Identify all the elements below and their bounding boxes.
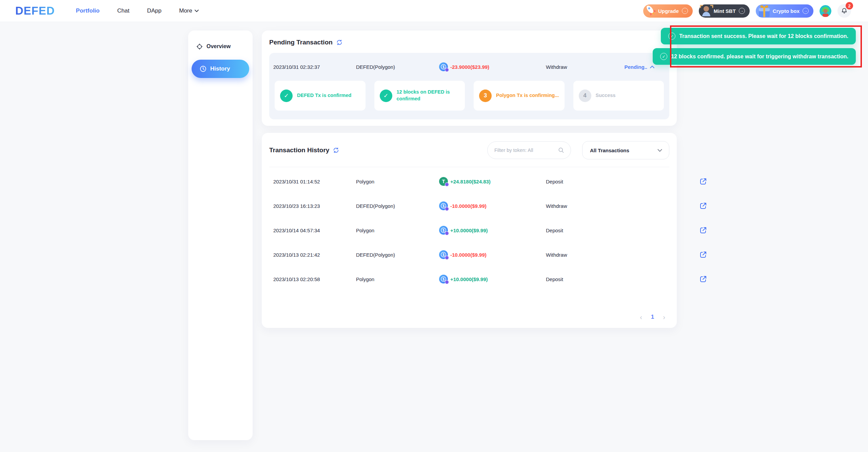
avatar-image (820, 5, 831, 17)
network-badge-icon (445, 256, 449, 260)
tx-date: 2023/10/14 04:57:34 (273, 228, 356, 233)
network-badge-icon (445, 68, 449, 72)
svg-text:$: $ (442, 253, 445, 257)
target-icon (196, 43, 203, 50)
nav-item-dapp[interactable]: DApp (147, 7, 162, 14)
svg-text:$: $ (442, 229, 445, 232)
toast-transaction-sent: ✓ Transaction sent success. Please wait … (661, 28, 856, 44)
face-scan-icon (699, 3, 714, 18)
network-badge-icon (445, 207, 449, 211)
tx-date: 2023/10/31 02:32:37 (273, 64, 356, 70)
history-title: Transaction History (269, 146, 329, 154)
tx-network: Polygon (356, 228, 439, 233)
navbar-actions: Upgrade → Mint SBT → Crypto box → (643, 4, 851, 18)
header-divider (269, 167, 669, 167)
arrow-right-circle-icon: → (803, 8, 809, 14)
token-filter-input[interactable] (494, 148, 558, 153)
chevron-down-icon (195, 9, 199, 12)
defed-logo[interactable]: DEFED (15, 4, 55, 17)
check-circle-icon: ✓ (380, 90, 392, 102)
tx-network: DEFED(Polygon) (356, 64, 439, 70)
refresh-icon[interactable] (336, 39, 343, 46)
pending-steps: ✓ DEFED Tx is confirmed ✓ 12 blocks on D… (275, 81, 664, 111)
pending-transaction-panel: 2023/10/31 02:32:37 DEFED(Polygon) $ -23… (269, 53, 669, 119)
tx-amount: $ +10.0000($9.99) (439, 226, 546, 235)
table-row: 2023/10/31 01:14:52 Polygon T +24.8180($… (269, 169, 669, 194)
step-polygon-confirming: 3 Polygon Tx is confirming... (474, 81, 565, 111)
check-circle-icon: ✓ (660, 53, 667, 60)
tx-date: 2023/10/13 02:21:42 (273, 252, 356, 258)
nav-item-more[interactable]: More (179, 7, 199, 14)
step-success: 4 Success (573, 81, 664, 111)
portfolio-sidebar: Overview History (188, 31, 253, 440)
nav-item-portfolio[interactable]: Portfolio (76, 7, 100, 14)
external-link-icon[interactable] (699, 226, 707, 234)
transaction-table: 2023/10/31 01:14:52 Polygon T +24.8180($… (269, 169, 669, 291)
network-badge-icon (445, 231, 449, 235)
tx-network: Polygon (356, 276, 439, 282)
table-row: 2023/10/14 04:57:34 Polygon $ +10.0000($… (269, 218, 669, 242)
arrow-right-circle-icon: → (739, 8, 745, 14)
pending-title: Pending Transaction (269, 39, 333, 46)
check-circle-icon: ✓ (280, 90, 293, 102)
tx-date: 2023/10/13 02:20:58 (273, 276, 356, 282)
tx-type: Deposit (546, 228, 618, 233)
step-defed-tx-confirmed: ✓ DEFED Tx is confirmed (275, 81, 366, 111)
svg-text:T: T (442, 179, 445, 184)
external-link-icon[interactable] (699, 275, 707, 283)
table-row: 2023/10/13 02:20:58 Polygon $ +10.0000($… (269, 267, 669, 291)
table-row: 2023/10/13 02:21:42 DEFED(Polygon) $ -10… (269, 242, 669, 267)
pending-status-toggle[interactable]: Pending.. (618, 64, 669, 70)
tx-network: DEFED(Polygon) (356, 203, 439, 209)
external-link-icon[interactable] (699, 251, 707, 259)
tx-date: 2023/10/23 16:13:23 (273, 203, 356, 209)
external-link-icon[interactable] (699, 177, 707, 185)
pagination-prev-icon[interactable]: ‹ (640, 314, 642, 320)
step-number-icon: 3 (479, 90, 492, 102)
pending-transaction-card: Pending Transaction 2023/10/31 02:32:37 … (262, 31, 677, 126)
dusd-token-icon: $ (439, 275, 448, 283)
tx-amount: $ -10.0000($9.99) (439, 201, 546, 210)
crypto-box-button[interactable]: Crypto box → (756, 4, 813, 18)
tx-network: Polygon (356, 179, 439, 184)
network-badge-icon (445, 182, 449, 186)
search-icon[interactable] (558, 146, 565, 154)
upgrade-button[interactable]: Upgrade → (643, 4, 693, 18)
tx-amount: $ +10.0000($9.99) (439, 275, 546, 283)
sidebar-item-overview[interactable]: Overview (188, 40, 253, 53)
tx-type: Withdraw (546, 203, 618, 209)
user-avatar[interactable] (820, 5, 831, 17)
main-nav: Portfolio Chat DApp More (76, 7, 199, 14)
tx-type: Withdraw (546, 252, 618, 258)
mint-sbt-button[interactable]: Mint SBT → (699, 4, 750, 18)
tx-date: 2023/10/31 01:14:52 (273, 179, 356, 184)
transaction-type-select[interactable]: All Transactions (582, 141, 669, 159)
notification-count-badge: 2 (846, 2, 853, 9)
arrow-right-circle-icon: → (682, 8, 688, 14)
tx-amount: T +24.8180($24.83) (439, 177, 546, 186)
tx-network: DEFED(Polygon) (356, 252, 439, 258)
chevron-up-icon (650, 65, 654, 68)
svg-text:$: $ (442, 277, 445, 281)
external-link-icon[interactable] (699, 202, 707, 210)
usdt-token-icon: T (439, 177, 448, 186)
dusd-token-icon: $ (439, 201, 448, 210)
refresh-icon[interactable] (333, 147, 339, 154)
transaction-history-card: Transaction History All Transactions (262, 133, 677, 328)
top-navbar: DEFED Portfolio Chat DApp More Upgrade → (0, 0, 868, 22)
notifications-button[interactable]: 2 (837, 4, 851, 18)
pagination-page-1[interactable]: 1 (651, 314, 654, 320)
dusd-token-icon: $ (439, 62, 448, 71)
dusd-token-icon: $ (439, 226, 448, 235)
rocket-icon (643, 3, 658, 18)
pagination-next-icon[interactable]: › (663, 314, 665, 320)
pagination: ‹ 1 › (640, 314, 665, 320)
step-number-icon: 4 (579, 90, 591, 102)
check-circle-icon: ✓ (668, 33, 675, 40)
nav-item-chat[interactable]: Chat (117, 7, 130, 14)
network-badge-icon (445, 280, 449, 284)
token-filter-field (487, 141, 571, 159)
sidebar-item-history[interactable]: History (192, 60, 249, 78)
dusd-token-icon: $ (439, 250, 448, 259)
svg-text:$: $ (442, 65, 445, 69)
